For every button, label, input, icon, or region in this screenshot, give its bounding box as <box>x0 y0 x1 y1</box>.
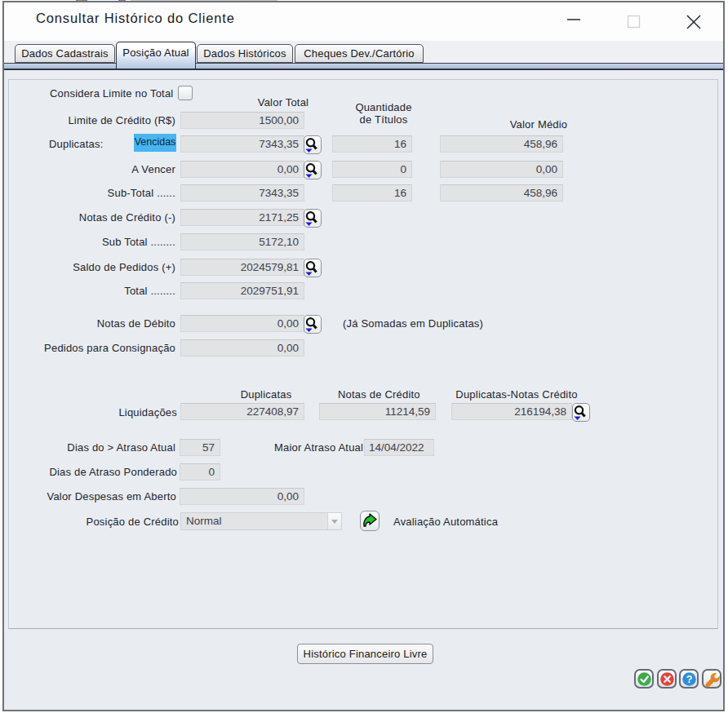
svg-text:?: ? <box>686 674 693 685</box>
